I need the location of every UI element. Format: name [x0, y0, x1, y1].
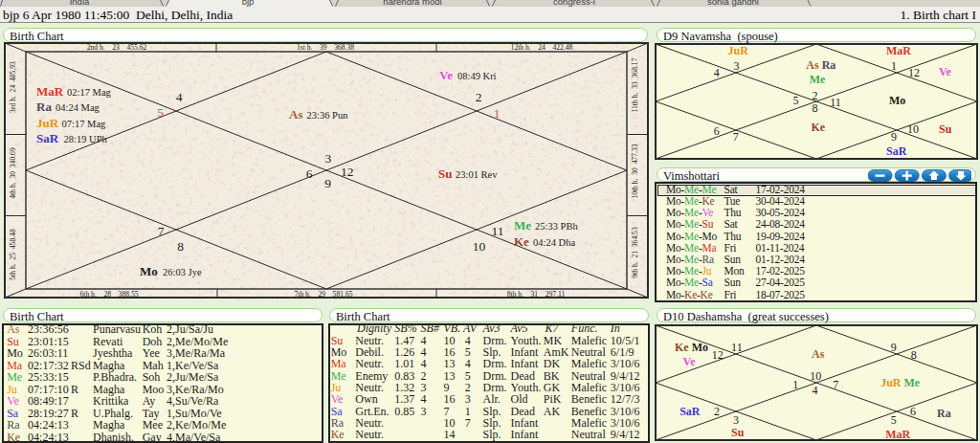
svg-text:10: 10 — [810, 369, 821, 383]
svg-text:2: 2 — [813, 89, 818, 102]
svg-text:As Ra: As Ra — [806, 58, 835, 72]
svg-text:07:17 Mag: 07:17 Mag — [62, 119, 107, 129]
svg-text:08:49 Kri: 08:49 Kri — [457, 71, 497, 81]
svg-text:Ra: Ra — [937, 407, 951, 420]
svg-text:JuR: JuR — [728, 44, 749, 57]
svg-text:6: 6 — [910, 405, 916, 418]
svg-text:Ra: Ra — [36, 100, 52, 114]
svg-text:5th h. 25 458.48: 5th h. 25 458.48 — [9, 229, 17, 280]
svg-text:5: 5 — [157, 105, 164, 120]
svg-text:India: India — [70, 0, 90, 7]
svg-text:Su: Su — [939, 122, 952, 136]
svg-text:Su: Su — [438, 166, 452, 181]
svg-text:04:24 Mag: 04:24 Mag — [56, 102, 100, 113]
svg-text:2: 2 — [714, 405, 720, 418]
svg-text:Mo: Mo — [140, 264, 158, 278]
svg-text:SaR: SaR — [886, 144, 907, 158]
svg-text:3: 3 — [324, 151, 331, 166]
svg-text:12: 12 — [908, 66, 920, 79]
svg-text:12: 12 — [341, 165, 354, 179]
svg-text:7: 7 — [158, 224, 165, 238]
svg-text:Ke: Ke — [811, 121, 825, 134]
svg-text:3: 3 — [734, 59, 740, 73]
svg-text:9: 9 — [891, 341, 897, 354]
svg-text:9: 9 — [324, 176, 331, 190]
svg-text:As: As — [812, 347, 825, 361]
svg-text:6: 6 — [714, 124, 720, 138]
svg-text:As: As — [289, 107, 302, 122]
svg-text:8th h. 31 297.11: 8th h. 31 297.11 — [507, 290, 566, 299]
svg-text:4: 4 — [176, 90, 183, 104]
svg-text:JuR Me: JuR Me — [880, 376, 921, 389]
svg-text:narendra modi: narendra modi — [383, 0, 441, 7]
svg-text:congress-i: congress-i — [553, 0, 595, 7]
svg-text:Ve: Ve — [939, 65, 952, 78]
svg-text:8: 8 — [177, 239, 184, 254]
svg-text:8: 8 — [813, 101, 818, 115]
svg-text:4: 4 — [714, 66, 720, 79]
svg-text:11: 11 — [491, 224, 503, 238]
svg-text:9th h. 21 364.53: 9th h. 21 364.53 — [631, 227, 639, 278]
svg-text:11: 11 — [830, 96, 841, 109]
svg-text:10: 10 — [907, 122, 919, 136]
svg-text:7: 7 — [833, 378, 838, 391]
svg-text:4th h. 30 340.69: 4th h. 30 340.69 — [9, 147, 17, 199]
svg-text:12: 12 — [712, 348, 724, 362]
svg-text:25:33 PBh: 25:33 PBh — [535, 221, 578, 232]
svg-text:7th h. 29 581.65: 7th h. 29 581.65 — [295, 290, 353, 299]
svg-text:bjp: bjp — [242, 0, 255, 7]
svg-text:04:24 Dha: 04:24 Dha — [533, 237, 575, 248]
svg-text:Mo: Mo — [889, 94, 905, 107]
svg-text:6th h. 28 388.55: 6th h. 28 388.55 — [80, 290, 139, 299]
svg-text:1: 1 — [494, 106, 501, 121]
svg-text:5: 5 — [891, 413, 897, 427]
svg-text:Ve: Ve — [683, 355, 697, 368]
svg-text:1: 1 — [792, 378, 798, 391]
svg-text:11th h. 33 368.17: 11th h. 33 368.17 — [631, 57, 639, 112]
svg-text:sonia gandhi: sonia gandhi — [707, 0, 759, 7]
svg-text:7: 7 — [733, 130, 739, 144]
svg-text:02:17 Mag: 02:17 Mag — [67, 87, 112, 98]
svg-text:SaR: SaR — [36, 131, 59, 145]
svg-text:3rd h. 24 485.93: 3rd h. 24 485.93 — [9, 61, 17, 113]
svg-text:Su: Su — [731, 426, 745, 439]
svg-text:10: 10 — [473, 239, 486, 254]
svg-text:1: 1 — [891, 59, 897, 73]
svg-text:12th h. 24 422.48: 12th h. 24 422.48 — [511, 43, 573, 52]
svg-text:MaR: MaR — [885, 428, 910, 441]
svg-text:SaR: SaR — [679, 405, 701, 418]
svg-text:9: 9 — [891, 130, 897, 144]
svg-text:Me: Me — [810, 73, 826, 86]
svg-text:Ve: Ve — [439, 68, 453, 82]
svg-text:23:36 Pun: 23:36 Pun — [307, 110, 349, 121]
svg-text:JuR: JuR — [36, 116, 59, 130]
svg-text:26:03 Jye: 26:03 Jye — [163, 267, 202, 277]
svg-text:Ke: Ke — [514, 234, 529, 249]
svg-text:2nd h. 23 455.62: 2nd h. 23 455.62 — [87, 43, 147, 52]
svg-text:MaR: MaR — [886, 44, 911, 57]
svg-text:28:19 UPh: 28:19 UPh — [64, 134, 108, 144]
svg-text:2: 2 — [476, 90, 482, 104]
svg-text:Me: Me — [514, 218, 531, 233]
svg-text:Ke Mo: Ke Mo — [675, 341, 708, 354]
svg-text:MaR: MaR — [36, 84, 64, 99]
svg-text:4: 4 — [812, 384, 817, 397]
svg-text:23:01 Rev: 23:01 Rev — [456, 169, 498, 180]
svg-text:8: 8 — [911, 348, 917, 362]
svg-text:1st h. 39 368.38: 1st h. 39 368.38 — [297, 43, 354, 52]
svg-text:10th h. 30 477.33: 10th h. 30 477.33 — [631, 144, 639, 198]
svg-text:11: 11 — [731, 341, 743, 354]
svg-text:5: 5 — [793, 94, 799, 107]
svg-text:6: 6 — [306, 166, 313, 181]
svg-text:3: 3 — [733, 413, 739, 427]
